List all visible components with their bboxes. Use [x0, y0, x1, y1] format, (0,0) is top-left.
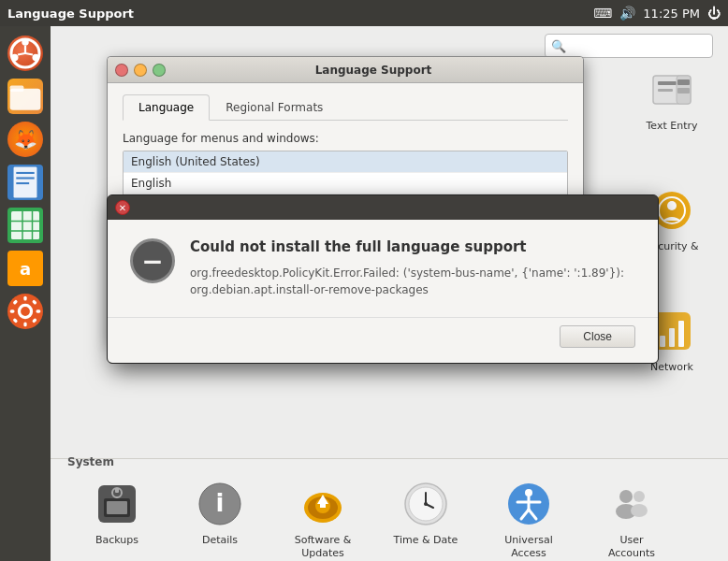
universal-access-icon-box	[502, 478, 555, 530]
error-icon-area: −	[130, 238, 175, 298]
error-body: − Could not install the full language su…	[108, 220, 658, 317]
software-updates-icon	[298, 480, 347, 528]
lang-section-title: Language for menus and windows:	[123, 132, 568, 145]
details-item[interactable]: i Details	[168, 472, 271, 561]
universal-access-item[interactable]: UniversalAccess	[477, 472, 580, 561]
svg-point-56	[424, 502, 428, 506]
calc-icon	[8, 209, 42, 242]
text-entry-icon-item[interactable]: Text Entry	[620, 64, 723, 132]
keyboard-indicator-icon[interactable]: ⌨	[593, 6, 612, 21]
error-titlebar: ✕	[108, 195, 658, 220]
lang-window-title: Language Support	[171, 64, 575, 77]
dock-files[interactable]	[6, 77, 45, 116]
svg-rect-37	[660, 336, 665, 347]
svg-rect-12	[16, 182, 29, 184]
svg-rect-7	[10, 89, 41, 110]
lang-titlebar: Language Support	[108, 57, 583, 83]
backups-item[interactable]: Backups	[66, 472, 168, 561]
software-updates-icon-box	[297, 478, 349, 530]
lang-tabs: Language Regional Formats	[123, 94, 568, 121]
svg-point-1	[22, 38, 29, 46]
error-title: Could not install the full language supp…	[190, 238, 635, 255]
svg-rect-39	[678, 321, 684, 347]
svg-rect-10	[16, 172, 34, 174]
window-maximize-button[interactable]	[153, 64, 166, 77]
ubuntu-logo-icon	[8, 36, 42, 70]
search-bar[interactable]: 🔍	[545, 34, 713, 58]
dock-ubuntu[interactable]	[6, 34, 45, 73]
bottom-grid: System Backups	[51, 458, 728, 561]
backups-icon-box	[91, 478, 143, 530]
backups-icon	[93, 480, 141, 528]
svg-rect-19	[23, 296, 26, 301]
universal-access-icon	[504, 480, 553, 528]
topbar: Language Support ⌨ 🔊 11:25 PM ⏻	[0, 0, 728, 26]
user-accounts-icon-box	[605, 478, 658, 530]
svg-rect-23	[12, 299, 18, 305]
svg-text:i: i	[216, 489, 225, 517]
window-minimize-button[interactable]	[134, 64, 147, 77]
dock-settings[interactable]	[6, 292, 45, 331]
svg-point-18	[19, 305, 31, 317]
dock-firefox[interactable]: 🦊	[6, 120, 45, 159]
topbar-title: Language Support	[7, 7, 134, 21]
tab-regional-formats[interactable]: Regional Formats	[210, 94, 339, 120]
system-section-label: System	[66, 455, 713, 468]
user-accounts-icon	[607, 480, 656, 528]
svg-rect-31	[677, 79, 690, 85]
user-accounts-item[interactable]: UserAccounts	[580, 472, 683, 561]
svg-rect-22	[36, 309, 40, 312]
svg-rect-25	[12, 318, 18, 324]
error-message: org.freedesktop.PolicyKit.Error.Failed: …	[190, 265, 635, 298]
svg-rect-32	[677, 88, 690, 94]
svg-point-66	[631, 504, 648, 517]
time-date-icon-box	[400, 478, 452, 530]
svg-point-35	[667, 201, 677, 210]
topbar-right: ⌨ 🔊 11:25 PM ⏻	[593, 6, 721, 21]
time-date-label: Time & Date	[394, 534, 459, 546]
software-updates-item[interactable]: Software &Updates	[271, 472, 374, 561]
svg-rect-42	[107, 501, 127, 514]
search-icon: 🔍	[551, 39, 566, 53]
dock-writer[interactable]	[6, 163, 45, 202]
dock: 🦊 a	[0, 26, 51, 561]
network-label: Network	[650, 361, 693, 373]
volume-icon[interactable]: 🔊	[619, 6, 635, 21]
user-accounts-label: UserAccounts	[608, 534, 655, 558]
svg-rect-20	[23, 322, 26, 326]
window-close-button[interactable]	[115, 64, 128, 77]
universal-access-label: UniversalAccess	[504, 534, 552, 558]
error-circle-icon: −	[130, 238, 175, 283]
svg-rect-44	[115, 488, 119, 493]
svg-point-3	[11, 54, 19, 62]
svg-rect-26	[32, 299, 37, 305]
details-icon-box: i	[194, 478, 246, 530]
error-close-footer-button[interactable]: Close	[560, 325, 635, 348]
details-label: Details	[202, 534, 238, 546]
list-item[interactable]: English	[124, 173, 567, 194]
error-dialog: ✕ − Could not install the full language …	[107, 194, 659, 364]
dock-calc[interactable]	[6, 206, 45, 245]
system-section: System Backups	[66, 455, 713, 561]
power-icon[interactable]: ⏻	[707, 6, 721, 21]
text-entry-label: Text Entry	[646, 120, 697, 132]
svg-rect-28	[658, 81, 677, 85]
settings-icon	[8, 295, 42, 328]
text-entry-icon	[648, 66, 695, 113]
list-item[interactable]: English (United States)	[124, 151, 567, 173]
search-input[interactable]	[570, 39, 706, 52]
backups-label: Backups	[95, 534, 138, 546]
svg-point-63	[619, 490, 633, 503]
tab-language[interactable]: Language	[123, 94, 210, 121]
software-updates-label: Software &Updates	[295, 534, 352, 558]
dock-amazon[interactable]: a	[6, 249, 45, 288]
time-date-icon	[401, 480, 450, 528]
details-icon: i	[196, 480, 244, 528]
bottom-icons-row: Backups i Details	[66, 472, 713, 561]
text-entry-icon-box	[646, 64, 698, 116]
time-date-item[interactable]: Time & Date	[374, 472, 477, 561]
svg-rect-13	[11, 211, 39, 239]
error-close-titlebar-button[interactable]: ✕	[115, 200, 130, 215]
svg-rect-24	[32, 318, 37, 324]
svg-rect-21	[10, 309, 15, 312]
